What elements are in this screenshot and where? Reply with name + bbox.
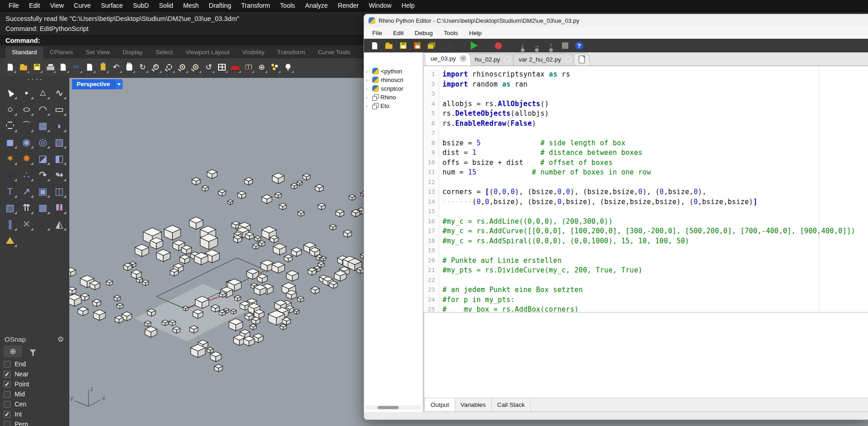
chevron-right-icon[interactable]: › xyxy=(366,77,370,83)
code-line[interactable]: 23# an jedem Punkt eine Box setzten xyxy=(424,285,868,295)
solid-box-icon[interactable]: ▧ xyxy=(2,200,18,215)
menu-item-mesh[interactable]: Mesh xyxy=(178,2,204,9)
explode-burst-icon[interactable]: ✸ xyxy=(19,150,34,166)
gumball-icon[interactable] xyxy=(268,60,281,74)
import-file-icon[interactable] xyxy=(57,60,70,74)
tree-item-scriptcor[interactable]: ›scriptcor xyxy=(364,84,423,93)
split-icon[interactable]: ◧ xyxy=(52,150,67,166)
editor-menu-tools[interactable]: Tools xyxy=(438,30,464,36)
toolbar-tab-cplanes[interactable]: CPlanes xyxy=(43,46,79,58)
code-line[interactable]: 8bsize = 5 # side length of box xyxy=(424,139,868,149)
code-line[interactable]: 10offs = bsize + dist # offset of boxes xyxy=(424,158,868,168)
new-script-icon[interactable] xyxy=(368,39,382,52)
chevron-right-icon[interactable]: › xyxy=(366,103,370,109)
panel-drag-handle[interactable] xyxy=(0,76,69,83)
output-tab-call-stack[interactable]: Call Stack xyxy=(492,398,531,411)
menu-item-tools[interactable]: Tools xyxy=(275,2,300,9)
menu-item-window[interactable]: Window xyxy=(364,2,397,9)
close-icon[interactable]: ✕ xyxy=(504,56,510,63)
checkbox[interactable]: ✓ xyxy=(4,381,10,388)
toolbar-tab-viewport-layout[interactable]: Viewport Layout xyxy=(179,46,236,58)
editor-titlebar[interactable]: Rhino Python Editor - C:\Users\betip\Des… xyxy=(364,14,868,27)
toolbar-tab-curve-tools[interactable]: Curve Tools xyxy=(312,46,357,58)
output-panel[interactable]: OutputVariablesCall Stack xyxy=(424,312,868,412)
rotate-cplane-icon[interactable]: ⊕ xyxy=(255,60,268,74)
sphere-icon[interactable]: ◉ xyxy=(19,134,34,149)
editor-tab-hu-02-py[interactable]: hu_02.py✕ xyxy=(468,53,515,66)
tree-item-rhinoscri[interactable]: ›rhinoscri xyxy=(364,76,423,84)
editor-menu-file[interactable]: File xyxy=(367,30,388,36)
gear-icon[interactable]: ⚙ xyxy=(57,335,64,344)
fillet-icon[interactable]: ⌒ xyxy=(19,118,34,133)
filter-tab[interactable] xyxy=(24,345,42,357)
save-as-icon[interactable]: + xyxy=(410,39,424,52)
orient-icon[interactable]: ✕ xyxy=(19,216,34,231)
code-line[interactable]: 5rs.DeleteObjects(allobjs) xyxy=(424,109,868,119)
curve-icon[interactable]: ∿ xyxy=(52,85,67,100)
menu-item-render[interactable]: Render xyxy=(333,2,364,9)
red-car-icon[interactable] xyxy=(229,60,242,74)
output-tab-variables[interactable]: Variables xyxy=(455,398,492,411)
cplane-icon[interactable] xyxy=(242,60,255,74)
checkbox[interactable] xyxy=(4,391,10,398)
toolbar-tab-select[interactable]: Select xyxy=(149,46,179,58)
code-line[interactable]: 11num = 15 # number of boxes in one row xyxy=(424,168,868,178)
step-into-icon[interactable]: ↓ xyxy=(515,39,530,52)
code-line[interactable]: 6rs.EnableRedraw(False) xyxy=(424,119,868,129)
close-icon[interactable]: ✕ xyxy=(565,56,572,63)
circle-icon[interactable]: ○ xyxy=(2,101,18,117)
output-tab-output[interactable]: Output xyxy=(425,398,455,411)
close-icon[interactable]: ✕ xyxy=(459,55,466,62)
code-line[interactable]: 15 xyxy=(424,207,868,217)
python-editor-window[interactable]: Rhino Python Editor - C:\Users\betip\Des… xyxy=(364,14,868,420)
code-line[interactable]: 1import rhinoscriptsyntax as rs xyxy=(424,70,868,80)
chevron-right-icon[interactable]: › xyxy=(366,68,370,75)
viewport-title[interactable]: Perspective xyxy=(72,79,114,89)
run-icon[interactable] xyxy=(467,39,481,52)
osnap-tab[interactable]: ⊕ xyxy=(4,345,22,357)
toolbar-tab-visibility[interactable]: Visibility xyxy=(236,46,271,58)
menu-item-subd[interactable]: SubD xyxy=(128,2,154,9)
save-all-icon[interactable] xyxy=(424,39,438,52)
rectangle-icon[interactable]: ▭ xyxy=(52,101,67,117)
rotate-view-icon[interactable]: ↻ xyxy=(136,60,149,74)
module-tree[interactable]: ›<python›rhinoscri›scriptcor›Rhino›Eto xyxy=(364,52,423,412)
split-edge-icon[interactable] xyxy=(52,200,67,215)
save-script-icon[interactable] xyxy=(396,39,410,52)
osnap-option-point[interactable]: ✓Point xyxy=(0,379,68,389)
torus-icon[interactable]: ◎ xyxy=(35,134,51,149)
curved-surface-icon[interactable]: ◗ xyxy=(52,118,67,133)
scale-icon[interactable]: ↗ xyxy=(19,183,34,199)
toolbar-tab-set-view[interactable]: Set View xyxy=(79,46,116,58)
scrollbar-thumb[interactable] xyxy=(378,406,399,409)
menu-item-surface[interactable]: Surface xyxy=(96,2,128,9)
print-icon[interactable] xyxy=(43,60,57,74)
text-icon[interactable]: T xyxy=(2,183,18,199)
extrude-icon[interactable]: ⇈ xyxy=(19,200,34,215)
menu-item-solid[interactable]: Solid xyxy=(154,2,178,9)
code-line[interactable]: 17#my_c = rs.AddCurve([[0,0,0], [100,200… xyxy=(424,226,868,236)
osnap-option-end[interactable]: End xyxy=(0,359,68,369)
tree-item-python[interactable]: ›<python xyxy=(364,67,423,76)
code-line[interactable]: 20# Punkte auf Linie erstellen xyxy=(424,256,868,266)
undo-icon[interactable]: ↶ xyxy=(109,60,123,74)
arc-icon[interactable]: ◠ xyxy=(35,101,51,117)
osnap-option-cen[interactable]: Cen xyxy=(0,399,68,409)
checkbox[interactable]: ✓ xyxy=(4,371,10,378)
chevron-right-icon[interactable]: › xyxy=(366,94,370,101)
editor-tab-ue-03-py[interactable]: ue_03.py✕ xyxy=(424,52,471,66)
new-tab-button[interactable] xyxy=(573,53,590,66)
menu-item-analyze[interactable]: Analyze xyxy=(300,2,333,9)
toolbar-tab-display[interactable]: Display xyxy=(116,46,149,58)
viewport-layout-icon[interactable] xyxy=(215,60,229,74)
patch-surface-icon[interactable]: ▨ xyxy=(52,134,67,149)
polygon-icon[interactable] xyxy=(2,118,18,133)
toolbar-tab-transform[interactable]: Transform xyxy=(271,46,312,58)
fillet-curve-icon[interactable]: ↷ xyxy=(35,167,51,182)
zoom-selected-icon[interactable] xyxy=(176,60,189,74)
code-line[interactable]: 21#my_pts = rs.DivideCurve(my_c, 200, Tr… xyxy=(424,266,868,276)
break-icon[interactable] xyxy=(558,39,572,52)
editor-menu-help[interactable]: Help xyxy=(463,30,487,36)
viewport-title-tab[interactable]: Perspective xyxy=(72,79,123,89)
code-line[interactable]: 7 xyxy=(424,128,868,139)
